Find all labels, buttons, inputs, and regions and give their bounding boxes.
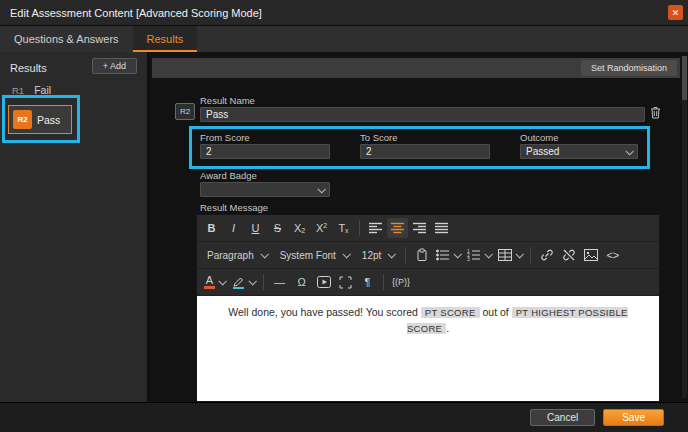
outcome-select[interactable]: Passed bbox=[520, 144, 638, 159]
to-score-input[interactable] bbox=[360, 144, 490, 159]
table-button[interactable] bbox=[495, 245, 525, 265]
insert-link-button[interactable] bbox=[536, 245, 557, 265]
result-name-input[interactable] bbox=[200, 107, 645, 122]
delete-result-button[interactable] bbox=[650, 106, 661, 119]
message-text-middle: out of bbox=[480, 306, 512, 318]
paste-button[interactable] bbox=[411, 245, 432, 265]
highlight-color-button[interactable] bbox=[229, 272, 258, 292]
editor-content-area[interactable]: Well done, you have passed! You scored P… bbox=[197, 296, 659, 401]
show-formatting-marks-button[interactable]: ¶ bbox=[357, 272, 378, 292]
save-button[interactable]: Save bbox=[603, 409, 664, 426]
chevron-down-icon bbox=[625, 147, 633, 155]
close-button[interactable]: ✕ bbox=[668, 5, 683, 20]
scrollbar-thumb[interactable] bbox=[682, 56, 687, 100]
toolbar-separator bbox=[263, 274, 264, 290]
tab-questions-answers[interactable]: Questions & Answers bbox=[0, 26, 133, 52]
underline-button[interactable]: U bbox=[245, 218, 266, 238]
fullscreen-button[interactable] bbox=[335, 272, 356, 292]
text-color-button[interactable]: A bbox=[201, 272, 228, 292]
insert-media-button[interactable] bbox=[313, 272, 334, 292]
superscript-base: X bbox=[316, 222, 323, 234]
trash-icon bbox=[650, 106, 661, 119]
result-item-r2-selected[interactable]: R2 Pass bbox=[8, 105, 72, 134]
align-center-icon bbox=[391, 222, 404, 234]
award-badge-select[interactable] bbox=[200, 182, 330, 197]
message-text-after: . bbox=[446, 322, 449, 334]
table-icon bbox=[498, 249, 512, 261]
clear-formatting-button[interactable]: Tx bbox=[333, 218, 354, 238]
align-justify-icon bbox=[435, 222, 448, 234]
tab-results[interactable]: Results bbox=[133, 26, 198, 52]
message-text-before: Well done, you have passed! You scored bbox=[228, 306, 420, 318]
remove-link-button[interactable] bbox=[558, 245, 579, 265]
bold-button[interactable]: B bbox=[201, 218, 222, 238]
result-r1-label: Fail bbox=[34, 84, 51, 96]
result-r2-label: Pass bbox=[37, 114, 60, 126]
chevron-down-icon bbox=[388, 250, 396, 258]
close-icon: ✕ bbox=[672, 8, 680, 18]
result-number-chip: R2 bbox=[175, 103, 195, 120]
strikethrough-button[interactable]: S bbox=[267, 218, 288, 238]
paragraph-style-select[interactable]: Paragraph bbox=[201, 245, 273, 265]
subscript-small: 2 bbox=[301, 227, 305, 234]
font-size-select[interactable]: 12pt bbox=[356, 245, 400, 265]
chevron-down-icon bbox=[454, 250, 462, 258]
insert-placeholder-button[interactable]: {(P)} bbox=[389, 272, 413, 292]
text-color-letter: A bbox=[206, 275, 213, 285]
svg-text:3: 3 bbox=[467, 256, 470, 261]
editor-toolbar-row-3: A — Ω bbox=[197, 269, 659, 296]
vertical-scrollbar[interactable] bbox=[682, 56, 687, 398]
title-bar: Edit Assessment Content [Advanced Scorin… bbox=[0, 0, 688, 26]
result-item-r1[interactable]: R1 Fail bbox=[12, 84, 51, 96]
font-family-value: System Font bbox=[280, 250, 336, 261]
highlighter-icon bbox=[232, 276, 245, 289]
fullscreen-icon bbox=[339, 276, 352, 289]
result-r2-badge: R2 bbox=[13, 110, 32, 129]
align-left-button[interactable] bbox=[365, 218, 386, 238]
from-score-input[interactable] bbox=[200, 144, 330, 159]
italic-button[interactable]: I bbox=[223, 218, 244, 238]
subscript-base: X bbox=[294, 222, 301, 234]
editor-toolbar-row-2: Paragraph System Font 12pt bbox=[197, 242, 659, 269]
result-message-label: Result Message bbox=[200, 202, 268, 213]
align-right-icon bbox=[413, 222, 426, 234]
result-message-editor: B I U S X2 X2 Tx bbox=[196, 214, 660, 402]
align-right-button[interactable] bbox=[409, 218, 430, 238]
from-score-label: From Score bbox=[200, 132, 250, 143]
edit-assessment-dialog: Edit Assessment Content [Advanced Scorin… bbox=[0, 0, 688, 432]
sidebar-header: Results bbox=[10, 62, 47, 74]
bullet-list-button[interactable] bbox=[433, 245, 463, 265]
text-color-swatch bbox=[204, 286, 215, 289]
editor-toolbar-row-1: B I U S X2 X2 Tx bbox=[197, 215, 659, 242]
insert-image-button[interactable] bbox=[580, 245, 601, 265]
chevron-down-icon bbox=[342, 250, 350, 258]
award-badge-label: Award Badge bbox=[200, 170, 257, 181]
align-left-icon bbox=[369, 222, 382, 234]
clipboard-icon bbox=[415, 248, 429, 262]
subscript-button[interactable]: X2 bbox=[289, 218, 310, 238]
superscript-button[interactable]: X2 bbox=[311, 218, 332, 238]
horizontal-rule-button[interactable]: — bbox=[269, 272, 290, 292]
cancel-button[interactable]: Cancel bbox=[530, 409, 595, 426]
numbered-list-button[interactable]: 123 bbox=[464, 245, 494, 265]
clear-formatting-small: x bbox=[345, 227, 349, 234]
align-justify-button[interactable] bbox=[431, 218, 452, 238]
chevron-down-icon bbox=[516, 250, 524, 258]
add-result-button[interactable]: + Add bbox=[92, 58, 137, 74]
font-family-select[interactable]: System Font bbox=[274, 245, 355, 265]
toolbar-separator bbox=[405, 247, 406, 263]
media-play-icon bbox=[317, 276, 331, 288]
unlink-icon bbox=[562, 248, 576, 262]
chevron-down-icon bbox=[317, 185, 325, 193]
source-code-button[interactable]: <> bbox=[602, 245, 623, 265]
special-character-button[interactable]: Ω bbox=[291, 272, 312, 292]
align-center-button[interactable] bbox=[387, 218, 408, 238]
toolbar-separator bbox=[530, 247, 531, 263]
set-randomisation-button[interactable]: Set Randomisation bbox=[581, 60, 677, 76]
image-icon bbox=[584, 249, 598, 261]
tab-results-label: Results bbox=[147, 33, 184, 45]
chevron-down-icon bbox=[485, 250, 493, 258]
tab-questions-answers-label: Questions & Answers bbox=[14, 33, 119, 45]
result-name-label: Result Name bbox=[200, 95, 255, 106]
result-detail-panel: Set Randomisation R2 Result Name From Sc… bbox=[149, 52, 688, 402]
